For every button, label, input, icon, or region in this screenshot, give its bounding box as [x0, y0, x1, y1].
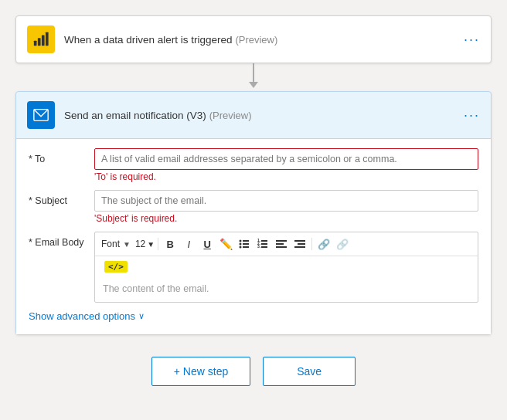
subject-field-wrap: 'Subject' is required. [94, 190, 478, 229]
code-block-area: </> [95, 256, 478, 277]
trigger-preview-label: (Preview) [235, 34, 277, 46]
svg-rect-0 [34, 41, 37, 46]
to-error: 'To' is required. [94, 171, 478, 182]
action-body: * To 'To' is required. * Subject 'Subjec… [16, 139, 491, 334]
paint-button[interactable]: ✏️ [217, 235, 234, 252]
italic-button[interactable]: I [180, 235, 197, 252]
action-card: Send an email notification (V3) (Preview… [15, 91, 492, 335]
arrow-head [249, 82, 258, 88]
action-title: Send an email notification (V3) (Preview… [64, 110, 464, 121]
email-editor: Font ▼ 12 ▼ B I U [94, 232, 478, 303]
font-select[interactable]: Font [100, 237, 121, 251]
svg-point-9 [240, 246, 242, 249]
to-row: * To 'To' is required. [29, 148, 478, 187]
toolbar-divider-1 [158, 238, 158, 250]
chevron-down-icon: ∨ [138, 311, 145, 321]
align-right-button[interactable] [291, 235, 308, 252]
flow-container: When a data driven alert is triggered (P… [15, 15, 492, 386]
svg-rect-20 [294, 240, 305, 242]
svg-rect-22 [294, 246, 305, 248]
svg-rect-17 [276, 240, 287, 242]
size-dropdown-arrow[interactable]: ▼ [147, 240, 155, 249]
svg-text:3.: 3. [257, 244, 261, 249]
trigger-card: When a data driven alert is triggered (P… [15, 15, 492, 63]
to-label: * To [29, 148, 94, 164]
to-input[interactable] [94, 148, 478, 170]
font-size-value: 12 [135, 239, 145, 249]
email-body-label: * Email Body [29, 232, 94, 248]
svg-rect-14 [261, 243, 267, 245]
svg-rect-16 [261, 246, 267, 248]
trigger-more-button[interactable]: ··· [464, 32, 480, 46]
size-select[interactable]: 12 ▼ [135, 239, 155, 249]
show-advanced-options[interactable]: Show advanced options ∨ [29, 310, 478, 322]
editor-toolbar: Font ▼ 12 ▼ B I U [95, 232, 478, 256]
svg-rect-18 [276, 243, 284, 245]
to-field-wrap: 'To' is required. [94, 148, 478, 187]
subject-input[interactable] [94, 190, 478, 212]
action-title-text: Send an email notification (V3) [64, 110, 206, 121]
unlink-button[interactable]: 🔗 [334, 235, 351, 252]
editor-content[interactable]: The content of the email. [95, 277, 478, 302]
email-body-row: * Email Body Font ▼ 12 ▼ B [29, 232, 478, 303]
numbered-list-button[interactable]: 1.2.3. [254, 235, 271, 252]
action-header: Send an email notification (V3) (Preview… [16, 92, 491, 139]
svg-rect-8 [243, 243, 249, 245]
trigger-title: When a data driven alert is triggered (P… [64, 34, 464, 46]
svg-rect-6 [243, 240, 249, 242]
subject-row: * Subject 'Subject' is required. [29, 190, 478, 229]
toolbar-divider-2 [311, 238, 312, 250]
font-dropdown-arrow[interactable]: ▼ [123, 240, 131, 249]
subject-error: 'Subject' is required. [94, 213, 478, 224]
link-button[interactable]: 🔗 [315, 235, 332, 252]
svg-rect-2 [42, 36, 45, 46]
svg-point-5 [240, 240, 242, 242]
arrow-connector [249, 63, 258, 91]
svg-rect-1 [38, 38, 41, 46]
action-more-button[interactable]: ··· [464, 108, 480, 122]
svg-rect-21 [298, 243, 305, 245]
trigger-title-text: When a data driven alert is triggered [64, 34, 233, 46]
action-icon [27, 101, 55, 129]
footer-buttons: + New step Save [15, 357, 492, 386]
svg-rect-3 [46, 32, 49, 46]
bold-button[interactable]: B [162, 235, 179, 252]
save-button[interactable]: Save [263, 357, 356, 386]
bullet-list-button[interactable] [236, 235, 253, 252]
new-step-button[interactable]: + New step [151, 357, 250, 386]
arrow-line [253, 63, 254, 82]
svg-rect-12 [261, 240, 267, 242]
svg-rect-10 [243, 246, 249, 248]
action-preview-label: (Preview) [209, 110, 252, 121]
svg-point-7 [240, 243, 242, 246]
code-block-button[interactable]: </> [104, 261, 128, 273]
subject-label: * Subject [29, 190, 94, 206]
svg-rect-19 [276, 246, 287, 248]
show-advanced-label: Show advanced options [29, 310, 135, 322]
trigger-icon [27, 25, 55, 53]
underline-button[interactable]: U [199, 235, 216, 252]
align-left-button[interactable] [273, 235, 290, 252]
